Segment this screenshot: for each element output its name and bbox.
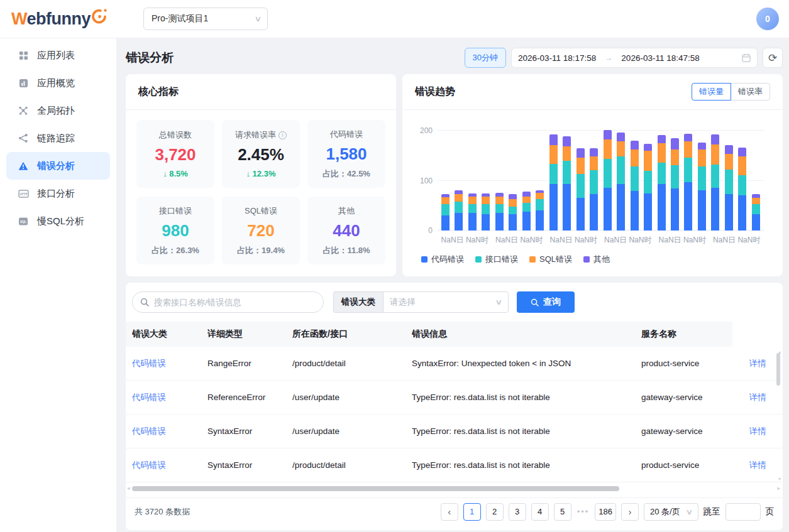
sidebar-item-global-topology[interactable]: 全局拓扑 xyxy=(6,97,110,124)
page-suffix-label: 页 xyxy=(766,506,775,518)
table-row: 代码错误RangeError/product/detailSyntaxError… xyxy=(126,347,783,381)
stacked-bar xyxy=(455,190,463,231)
metric-tile-api-errors: 接口错误 980 占比：26.3% xyxy=(136,197,214,264)
search-icon xyxy=(531,298,539,307)
legend-item[interactable]: 接口错误 xyxy=(475,254,518,265)
row-action-cell: 详情 xyxy=(732,448,783,482)
table-cell: TypeError: res.data.list is not iterable xyxy=(412,426,641,436)
table-cell[interactable]: 代码错误 xyxy=(132,460,207,471)
page-button-1[interactable]: 1 xyxy=(463,503,481,521)
table-cell[interactable]: 代码错误 xyxy=(132,358,207,369)
search-input[interactable] xyxy=(154,298,316,307)
table-cell[interactable]: 代码错误 xyxy=(132,392,207,403)
trend-card-title: 错误趋势 xyxy=(415,85,455,99)
page-ellipsis: ••• xyxy=(577,507,590,516)
stacked-bar xyxy=(725,145,733,231)
page-button-2[interactable]: 2 xyxy=(486,503,504,521)
scroll-right-icon[interactable]: ▸ xyxy=(777,485,780,491)
stacked-bar xyxy=(698,143,706,231)
stacked-bar xyxy=(536,190,544,231)
project-select[interactable]: Pro-测试项目1 ∨ xyxy=(143,8,268,30)
last-page-button[interactable]: 186 xyxy=(595,503,616,521)
sidebar-item-app-overview[interactable]: 应用概览 xyxy=(6,69,110,97)
stacked-bar xyxy=(549,134,558,231)
jump-to-input[interactable] xyxy=(726,503,761,521)
toggle-error-rate[interactable]: 错误率 xyxy=(731,83,770,100)
legend-item[interactable]: 代码错误 xyxy=(421,254,464,265)
page-button-4[interactable]: 4 xyxy=(531,503,549,521)
chevron-down-icon: ∨ xyxy=(254,14,262,23)
next-page-button[interactable]: › xyxy=(621,503,639,521)
col-header: 错误大类 xyxy=(132,328,207,340)
legend-swatch xyxy=(583,256,590,263)
filter-bar: 错误大类 请选择 ∨ 查询 xyxy=(126,283,783,322)
detail-link[interactable]: 详情 xyxy=(749,358,766,369)
table-cell: SyntaxError: Unexpected token < in JSON xyxy=(412,359,641,368)
stacked-bar xyxy=(495,193,504,231)
stacked-bar xyxy=(644,144,652,231)
page-size-select[interactable]: 20 条/页 ∨ xyxy=(644,503,698,521)
detail-link[interactable]: 详情 xyxy=(749,460,766,471)
quick-range-button[interactable]: 30分钟 xyxy=(465,48,506,68)
calendar-icon xyxy=(742,53,751,62)
y-tick: 200 xyxy=(412,126,433,135)
filter-group-label: 错误大类 xyxy=(333,291,383,313)
legend-item[interactable]: 其他 xyxy=(583,254,610,265)
metric-tile-error-rate: 请求错误率i 2.45% ↓ 12.3% xyxy=(222,120,300,188)
total-count-text: 共 3720 条数据 xyxy=(135,506,190,518)
date-range-picker[interactable]: 2026-03-11 18:17:58 → 2026-03-11 18:47:5… xyxy=(511,48,758,68)
table-cell: SyntaxError xyxy=(207,426,292,436)
page-button-5[interactable]: 5 xyxy=(554,503,571,521)
trend-bars xyxy=(438,130,764,231)
detail-link[interactable]: 详情 xyxy=(749,392,766,403)
scroll-down-icon[interactable]: ▾ xyxy=(778,476,781,482)
chevron-down-icon: ∨ xyxy=(495,298,502,307)
scroll-left-icon[interactable]: ◂ xyxy=(127,485,130,491)
stacked-bar xyxy=(738,148,746,231)
trend-toggle: 错误量 错误率 xyxy=(692,83,770,100)
table-cell[interactable]: 代码错误 xyxy=(132,426,207,437)
chart-plot-area: 0 100 200 xyxy=(438,130,764,231)
horizontal-scrollbar-track: ◂ ▸ xyxy=(126,484,783,493)
legend-swatch xyxy=(475,256,482,263)
col-header: 错误信息 xyxy=(412,328,641,340)
prev-page-button[interactable]: ‹ xyxy=(441,503,458,521)
sidebar-item-slow-sql[interactable]: SQL 慢SQL分析 xyxy=(6,207,110,235)
query-button[interactable]: 查询 xyxy=(517,291,575,313)
metrics-card-title: 核心指标 xyxy=(138,85,179,99)
stacked-bar xyxy=(684,134,692,231)
table-cell: product-service xyxy=(641,460,737,470)
share-trace-icon xyxy=(18,133,29,143)
project-select-value: Pro-测试项目1 xyxy=(152,13,208,24)
search-icon xyxy=(140,298,149,307)
col-header: 详细类型 xyxy=(207,328,292,340)
svg-text:SQL: SQL xyxy=(20,220,26,223)
table-cell: TypeError: res.data.list is not iterable xyxy=(412,393,641,402)
table-cell: gateway-service xyxy=(641,426,737,436)
horizontal-scrollbar[interactable] xyxy=(132,486,619,491)
sidebar-item-trace[interactable]: 链路追踪 xyxy=(6,124,110,152)
detail-link[interactable]: 详情 xyxy=(749,426,766,437)
http-icon: HTTP xyxy=(18,188,29,198)
table-cell: gateway-service xyxy=(641,393,737,402)
table-cell: SyntaxError xyxy=(207,460,292,470)
refresh-button[interactable]: ⟳ xyxy=(763,48,783,68)
page-button-3[interactable]: 3 xyxy=(509,503,526,521)
sidebar-item-api-analysis[interactable]: HTTP 接口分析 xyxy=(6,180,110,207)
metric-tile-sql-errors: SQL错误 720 占比：19.4% xyxy=(222,197,300,264)
webfunny-logo: Webfunny xyxy=(0,9,132,29)
table-cell: /user/update xyxy=(292,393,412,402)
error-category-select[interactable]: 请选择 ∨ xyxy=(383,291,509,313)
vertical-scrollbar[interactable] xyxy=(776,353,780,386)
avatar[interactable]: 0 xyxy=(756,8,779,30)
toggle-error-count[interactable]: 错误量 xyxy=(692,83,731,100)
legend-item[interactable]: SQL错误 xyxy=(529,254,572,265)
sidebar-item-app-list[interactable]: 应用列表 xyxy=(6,41,110,69)
sidebar-item-error-analysis[interactable]: 错误分析 xyxy=(6,152,110,180)
chart-legend: 代码错误 接口错误 SQL错误 其他 xyxy=(421,254,769,265)
top-bar: Webfunny Pro-测试项目1 ∨ 0 xyxy=(0,0,789,38)
sql-icon: SQL xyxy=(18,216,29,226)
info-icon: i xyxy=(279,131,287,139)
table-cell: product-service xyxy=(641,359,737,368)
table-cell: TypeError: res.data.list is not iterable xyxy=(412,460,641,470)
